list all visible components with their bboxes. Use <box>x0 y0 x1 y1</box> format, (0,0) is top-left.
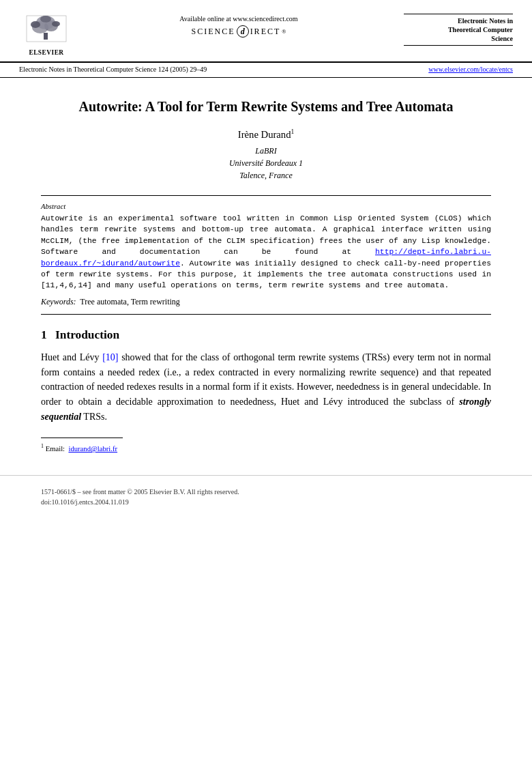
journal-info: Electronic Notes in Theoretical Computer… <box>19 66 207 73</box>
journal-title-right: Electronic Notes in Theoretical Computer… <box>404 14 513 46</box>
header-left: ELSEVIER <box>19 12 74 56</box>
header-right: Electronic Notes in Theoretical Computer… <box>404 12 513 46</box>
page: ELSEVIER Available online at www.science… <box>0 0 532 774</box>
svg-point-5 <box>31 21 40 28</box>
header-center: Available online at www.sciencedirect.co… <box>74 12 404 38</box>
cite-ref-10[interactable]: [10] <box>102 352 118 362</box>
sciencedirect-logo: SCIENCE d IRECT ® <box>192 25 286 38</box>
d-circle-icon: d <box>237 25 249 38</box>
footnote-divider <box>41 438 123 438</box>
section1-title: 1 Introduction <box>41 328 491 342</box>
elsevier-logo-icon <box>23 12 70 48</box>
strongly-sequential-text: strongly sequential <box>41 397 491 422</box>
svg-rect-1 <box>44 33 48 40</box>
page-footer: 1571-0661/$ – see front matter © 2005 El… <box>0 475 532 513</box>
title-section: Autowrite: A Tool for Term Rewrite Syste… <box>41 97 491 182</box>
footer-text: 1571-0661/$ – see front matter © 2005 El… <box>41 487 491 507</box>
abstract-text: Autowrite is an experimental software to… <box>41 213 491 291</box>
affiliation: LaBRI Université Bordeaux 1 Talence, Fra… <box>41 145 491 182</box>
abstract-label: Abstract <box>41 203 491 210</box>
header: ELSEVIER Available online at www.science… <box>0 0 532 63</box>
author-name: Irène Durand1 <box>41 128 491 141</box>
svg-point-7 <box>40 16 51 23</box>
keywords-line: Keywords: Tree automata, Term rewriting <box>41 297 491 307</box>
main-content: Autowrite: A Tool for Term Rewrite Syste… <box>0 78 532 475</box>
svg-point-6 <box>52 21 60 27</box>
footnote: 1 Email: idurand@labri.fr <box>41 442 491 454</box>
header-bottom-bar: Electronic Notes in Theoretical Computer… <box>0 63 532 78</box>
elsevier-label: ELSEVIER <box>29 49 63 56</box>
science-text: SCIENCE <box>192 27 235 37</box>
footnote-email-link[interactable]: idurand@labri.fr <box>68 445 117 453</box>
paper-title: Autowrite: A Tool for Term Rewrite Syste… <box>41 97 491 116</box>
journal-url-link[interactable]: www.elsevier.com/locate/entcs <box>428 66 513 73</box>
direct-text: IRECT <box>250 27 281 37</box>
keywords-values: Tree automata, Term rewriting <box>80 297 179 306</box>
section1-para1: Huet and Lévy [10] showed that for the c… <box>41 350 491 424</box>
registered-mark: ® <box>282 29 286 35</box>
abstract-section: Abstract Autowrite is an experimental so… <box>41 195 491 315</box>
keywords-label: Keywords: <box>41 297 76 306</box>
available-online-text: Available online at www.sciencedirect.co… <box>179 15 297 23</box>
